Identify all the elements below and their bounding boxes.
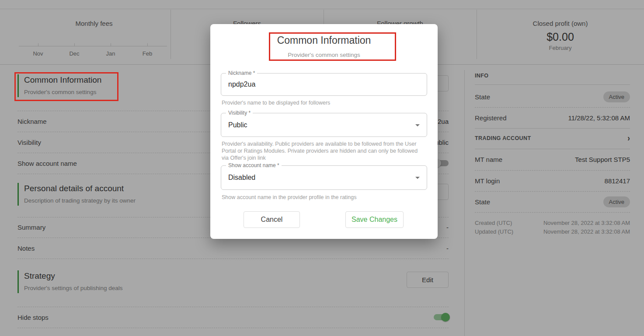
field-value: Public xyxy=(228,121,247,129)
field-label: Show account name * xyxy=(226,162,282,168)
nickname-field[interactable]: Nickname * npdp2ua xyxy=(221,73,427,96)
visibility-select[interactable]: Visibility * Public xyxy=(221,113,427,137)
field-label: Visibility * xyxy=(226,110,253,116)
cancel-button[interactable]: Cancel xyxy=(244,211,300,228)
visibility-helper: Provider's availability. Public provider… xyxy=(222,140,424,161)
save-changes-button[interactable]: Save Changes xyxy=(345,211,404,228)
show-account-name-select[interactable]: Show account name * Disabled xyxy=(221,165,427,190)
provider-settings-screen: Monthly fees Nov Dec Jan Feb Followers F… xyxy=(0,0,644,336)
annotation-box-dialog-header xyxy=(269,32,396,61)
annotation-box-section-header xyxy=(14,72,118,101)
field-label: Nickname * xyxy=(226,70,257,76)
field-value: npdp2ua xyxy=(228,80,255,88)
field-value: Disabled xyxy=(228,174,255,182)
show-account-name-helper: Show account name in the provider profil… xyxy=(222,194,424,201)
chevron-down-icon xyxy=(415,124,420,126)
nickname-helper: Provider's name to be displayed for foll… xyxy=(222,99,424,106)
chevron-down-icon xyxy=(415,177,420,179)
